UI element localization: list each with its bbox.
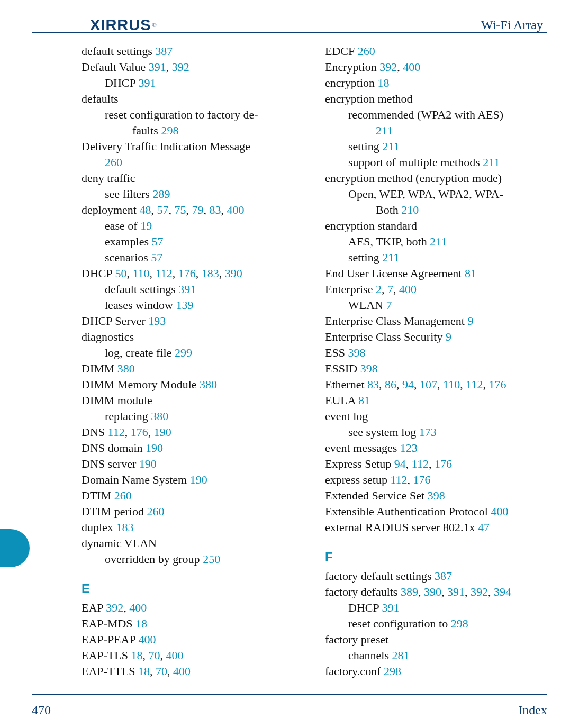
index-page-ref[interactable]: 289 <box>152 187 170 201</box>
index-page-ref[interactable]: 299 <box>175 346 192 359</box>
index-page-ref[interactable]: 110 <box>443 378 460 391</box>
index-page-ref[interactable]: 298 <box>161 124 178 137</box>
index-page-ref[interactable]: 9 <box>467 314 473 327</box>
index-page-ref[interactable]: 211 <box>376 124 393 137</box>
index-page-ref[interactable]: 387 <box>155 44 173 58</box>
index-page-ref[interactable]: 83 <box>209 203 221 216</box>
index-page-ref[interactable]: 211 <box>382 140 399 153</box>
index-page-ref[interactable]: 391 <box>178 283 196 296</box>
index-page-ref[interactable]: 380 <box>117 362 135 375</box>
index-page-ref[interactable]: 79 <box>192 203 203 216</box>
index-page-ref[interactable]: 380 <box>151 410 168 423</box>
index-text: DIMM Memory Module <box>82 378 200 391</box>
index-page-ref[interactable]: 112 <box>466 378 483 391</box>
index-page-ref[interactable]: 47 <box>478 521 490 534</box>
index-page-ref[interactable]: 190 <box>146 441 163 454</box>
index-page-ref[interactable]: 400 <box>138 633 156 646</box>
index-page-ref[interactable]: 176 <box>131 425 148 439</box>
index-page-ref[interactable]: 260 <box>147 505 164 518</box>
index-page-ref[interactable]: 391 <box>149 60 166 74</box>
index-page-ref[interactable]: 210 <box>401 203 419 216</box>
index-text: , <box>219 267 225 280</box>
index-page-ref[interactable]: 392 <box>106 601 123 614</box>
index-page-ref[interactable]: 48 <box>139 203 151 216</box>
index-page-ref[interactable]: 139 <box>176 298 193 312</box>
index-page-ref[interactable]: 112 <box>412 457 429 470</box>
index-page-ref[interactable]: 190 <box>190 473 207 486</box>
index-page-ref[interactable]: 391 <box>138 76 156 89</box>
index-page-ref[interactable]: 391 <box>447 585 465 598</box>
index-page-ref[interactable]: 50 <box>115 267 126 280</box>
index-page-ref[interactable]: 112 <box>390 473 407 486</box>
index-page-ref[interactable]: 57 <box>152 235 164 248</box>
index-page-ref[interactable]: 400 <box>129 601 147 614</box>
index-page-ref[interactable]: 94 <box>402 378 414 391</box>
index-page-ref[interactable]: 176 <box>435 457 452 470</box>
index-page-ref[interactable]: 81 <box>358 394 370 407</box>
index-page-ref[interactable]: 18 <box>378 76 390 89</box>
index-page-ref[interactable]: 398 <box>348 346 365 359</box>
index-page-ref[interactable]: 57 <box>151 251 162 264</box>
index-page-ref[interactable]: 211 <box>382 251 399 264</box>
index-page-ref[interactable]: 298 <box>451 617 468 630</box>
index-page-ref[interactable]: 260 <box>358 44 375 58</box>
index-page-ref[interactable]: 391 <box>382 601 399 614</box>
index-text: factory default settings <box>325 569 435 583</box>
index-page-ref[interactable]: 190 <box>139 457 157 470</box>
index-page-ref[interactable]: 400 <box>403 60 420 74</box>
index-page-ref[interactable]: 9 <box>446 330 451 343</box>
index-page-ref[interactable]: 83 <box>367 378 379 391</box>
index-page-ref[interactable]: 112 <box>108 425 125 439</box>
index-page-ref[interactable]: 400 <box>491 505 508 518</box>
index-page-ref[interactable]: 400 <box>399 283 417 296</box>
index-page-ref[interactable]: 387 <box>435 569 452 583</box>
index-page-ref[interactable]: 7 <box>387 283 393 296</box>
index-page-ref[interactable]: 400 <box>173 665 191 678</box>
index-page-ref[interactable]: 392 <box>471 585 488 598</box>
index-page-ref[interactable]: 18 <box>131 649 143 662</box>
index-page-ref[interactable]: 57 <box>157 203 168 216</box>
index-page-ref[interactable]: 260 <box>114 489 132 502</box>
index-page-ref[interactable]: 398 <box>428 489 445 502</box>
index-page-ref[interactable]: 392 <box>379 60 397 74</box>
index-page-ref[interactable]: 392 <box>172 60 189 74</box>
index-page-ref[interactable]: 123 <box>400 441 418 454</box>
index-page-ref[interactable]: 390 <box>225 267 242 280</box>
index-page-ref[interactable]: 107 <box>420 378 437 391</box>
index-page-ref[interactable]: 394 <box>494 585 511 598</box>
index-page-ref[interactable]: 190 <box>154 425 171 439</box>
index-page-ref[interactable]: 176 <box>178 267 196 280</box>
index-page-ref[interactable]: 281 <box>392 649 409 662</box>
index-page-ref[interactable]: 398 <box>360 362 378 375</box>
index-page-ref[interactable]: 81 <box>465 267 476 280</box>
index-page-ref[interactable]: 7 <box>386 298 392 312</box>
index-page-ref[interactable]: 70 <box>149 649 160 662</box>
index-page-ref[interactable]: 112 <box>156 267 173 280</box>
index-page-ref[interactable]: 211 <box>430 235 447 248</box>
index-page-ref[interactable]: 75 <box>174 203 186 216</box>
index-page-ref[interactable]: 18 <box>138 665 150 678</box>
index-page-ref[interactable]: 260 <box>105 156 122 169</box>
index-page-ref[interactable]: 176 <box>488 378 506 391</box>
index-page-ref[interactable]: 176 <box>413 473 431 486</box>
index-page-ref[interactable]: 70 <box>156 665 167 678</box>
index-page-ref[interactable]: 86 <box>385 378 396 391</box>
index-page-ref[interactable]: 94 <box>394 457 406 470</box>
index-page-ref[interactable]: 19 <box>140 219 152 232</box>
index-page-ref[interactable]: 193 <box>148 314 166 327</box>
index-page-ref[interactable]: 18 <box>135 617 147 630</box>
index-page-ref[interactable]: 110 <box>132 267 149 280</box>
index-page-ref[interactable]: 173 <box>419 425 437 439</box>
index-page-ref[interactable]: 390 <box>424 585 441 598</box>
index-entry: event log <box>325 408 547 424</box>
index-page-ref[interactable]: 298 <box>384 665 401 678</box>
index-page-ref[interactable]: 400 <box>166 649 184 662</box>
index-page-ref[interactable]: 183 <box>202 267 219 280</box>
index-page-ref[interactable]: 2 <box>376 283 382 296</box>
index-page-ref[interactable]: 183 <box>116 521 133 534</box>
index-page-ref[interactable]: 380 <box>200 378 217 391</box>
index-page-ref[interactable]: 250 <box>203 552 220 566</box>
index-page-ref[interactable]: 211 <box>483 156 500 169</box>
index-page-ref[interactable]: 400 <box>227 203 244 216</box>
index-page-ref[interactable]: 389 <box>401 585 418 598</box>
